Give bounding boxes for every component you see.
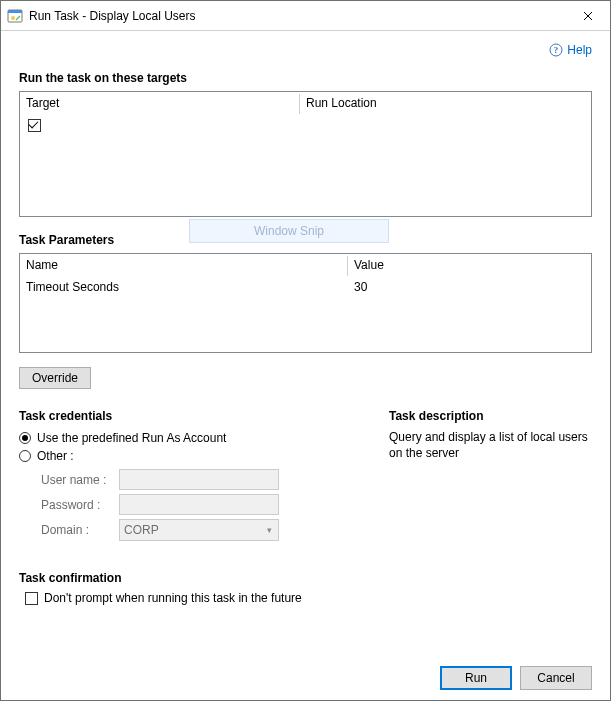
target-cell	[20, 118, 300, 132]
domain-value: CORP	[124, 523, 159, 537]
titlebar: Run Task - Display Local Users	[1, 1, 610, 31]
radio-predefined-label: Use the predefined Run As Account	[37, 431, 226, 445]
params-col-name[interactable]: Name	[20, 254, 348, 278]
radio-other-row[interactable]: Other :	[19, 447, 349, 465]
description-heading: Task description	[389, 409, 592, 423]
param-name: Timeout Seconds	[20, 280, 348, 294]
run-button[interactable]: Run	[440, 666, 512, 690]
cancel-button[interactable]: Cancel	[520, 666, 592, 690]
run-task-dialog: Run Task - Display Local Users ? Help Ru…	[0, 0, 611, 701]
username-label: User name :	[41, 473, 113, 487]
help-link[interactable]: Help	[567, 43, 592, 57]
override-button[interactable]: Override	[19, 367, 91, 389]
targets-col-runlocation[interactable]: Run Location	[300, 92, 591, 116]
help-row: ? Help	[19, 39, 592, 61]
window-title: Run Task - Display Local Users	[29, 9, 565, 23]
username-field	[119, 469, 279, 490]
confirmation-row[interactable]: Don't prompt when running this task in t…	[23, 591, 592, 605]
password-label: Password :	[41, 498, 113, 512]
runlocation-cell	[300, 118, 591, 132]
targets-header: Target Run Location	[20, 92, 591, 116]
columns: Task credentials Use the predefined Run …	[19, 405, 592, 545]
confirmation-checkbox[interactable]	[25, 592, 38, 605]
password-field	[119, 494, 279, 515]
param-value: 30	[348, 280, 591, 294]
table-row[interactable]: Timeout Seconds 30	[20, 278, 591, 296]
svg-text:?: ?	[554, 45, 559, 55]
params-heading: Task Parameters	[19, 233, 592, 247]
credential-fields: User name : Password : Domain : CORP ▾	[41, 469, 349, 541]
targets-col-target[interactable]: Target	[20, 92, 300, 116]
radio-other[interactable]	[19, 450, 31, 462]
confirmation-label: Don't prompt when running this task in t…	[44, 591, 302, 605]
params-header: Name Value	[20, 254, 591, 278]
targets-heading: Run the task on these targets	[19, 71, 592, 85]
confirmation-heading: Task confirmation	[19, 571, 592, 585]
svg-point-2	[11, 16, 15, 20]
dialog-footer: Run Cancel	[19, 654, 592, 690]
params-heading-wrap: Task Parameters Window Snip	[19, 229, 592, 253]
chevron-down-icon: ▾	[267, 525, 272, 535]
app-icon	[7, 8, 23, 24]
radio-other-label: Other :	[37, 449, 74, 463]
credentials-heading: Task credentials	[19, 409, 349, 423]
targets-table: Target Run Location	[19, 91, 592, 217]
table-row[interactable]	[20, 116, 591, 134]
radio-predefined[interactable]	[19, 432, 31, 444]
close-button[interactable]	[565, 1, 610, 31]
domain-label: Domain :	[41, 523, 113, 537]
svg-rect-1	[8, 10, 22, 13]
description-text: Query and display a list of local users …	[389, 429, 592, 461]
help-icon: ?	[549, 43, 563, 57]
dialog-body: ? Help Run the task on these targets Tar…	[1, 31, 610, 700]
radio-predefined-row[interactable]: Use the predefined Run As Account	[19, 429, 349, 447]
target-checkbox[interactable]	[28, 119, 41, 132]
domain-combobox: CORP ▾	[119, 519, 279, 541]
params-col-value[interactable]: Value	[348, 254, 591, 278]
params-table: Name Value Timeout Seconds 30	[19, 253, 592, 353]
